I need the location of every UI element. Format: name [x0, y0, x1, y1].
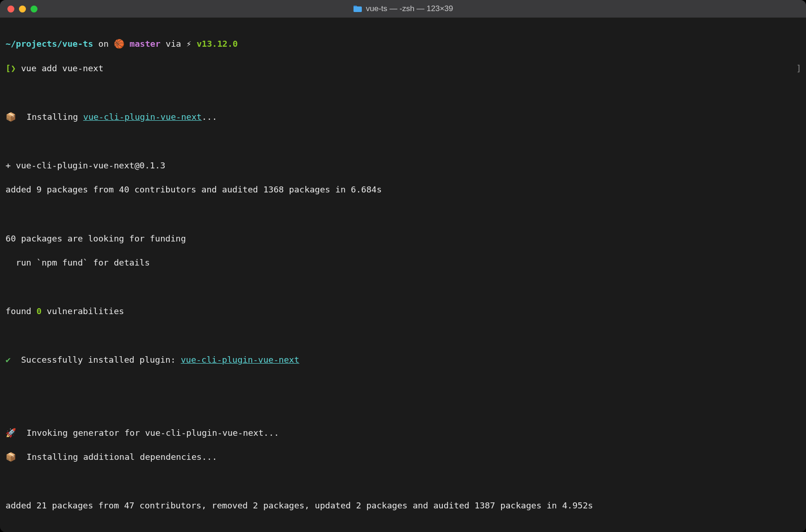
output-line: 📦 Installing vue-cli-plugin-vue-next... [6, 111, 800, 123]
package-name: vue-cli-plugin-vue-next [181, 355, 299, 365]
blank-line [6, 378, 800, 390]
vuln-count: 0 [37, 306, 42, 316]
minimize-icon[interactable] [19, 6, 26, 12]
rocket-icon: 🚀 [6, 428, 21, 438]
terminal-window: vue-ts — -zsh — 123×39 ~/projects/vue-ts… [0, 0, 806, 532]
output-line: run `npm fund` for details [6, 257, 800, 269]
window-title: vue-ts — -zsh — 123×39 [0, 3, 806, 14]
output-line: added 21 packages from 47 contributors, … [6, 500, 800, 512]
blank-line [6, 402, 800, 414]
prompt-line-1: ~/projects/vue-ts on 🏀 master via ⚡ v13.… [6, 38, 800, 50]
command-line: [❯ vue add vue-next] [6, 62, 800, 74]
output-line: ✔ Successfully installed plugin: vue-cli… [6, 354, 800, 366]
output-line: 60 packages are looking for funding [6, 233, 800, 245]
output-line: 🚀 Invoking generator for vue-cli-plugin-… [6, 427, 800, 439]
lightning-icon: ⚡ [186, 39, 197, 49]
blank-line [6, 208, 800, 220]
blank-line [6, 330, 800, 342]
prompt-node-version: v13.12.0 [197, 39, 238, 49]
blank-line [6, 476, 800, 488]
output-line: found 0 vulnerabilities [6, 305, 800, 317]
prompt-arrow-icon: ❯ [11, 63, 16, 73]
package-name: vue-cli-plugin-vue-next [83, 112, 202, 122]
prompt-branch: master [130, 39, 161, 49]
blank-line [6, 87, 800, 99]
close-icon[interactable] [7, 6, 14, 12]
terminal-body[interactable]: ~/projects/vue-ts on 🏀 master via ⚡ v13.… [0, 18, 806, 532]
window-title-text: vue-ts — -zsh — 123×39 [366, 3, 453, 14]
basketball-icon: 🏀 [114, 39, 130, 49]
window-controls [0, 6, 37, 12]
package-icon: 📦 [6, 452, 21, 462]
titlebar[interactable]: vue-ts — -zsh — 123×39 [0, 0, 806, 18]
output-line: 📦 Installing additional dependencies... [6, 451, 800, 463]
output-line: + vue-cli-plugin-vue-next@0.1.3 [6, 160, 800, 172]
command-text: vue add vue-next [16, 63, 103, 73]
package-icon: 📦 [6, 112, 21, 122]
blank-line [6, 135, 800, 147]
output-line: added 9 packages from 40 contributors an… [6, 184, 800, 196]
maximize-icon[interactable] [31, 6, 37, 12]
prompt-path: ~/projects/vue-ts [6, 39, 93, 49]
blank-line [6, 281, 800, 293]
check-icon: ✔ [6, 355, 11, 365]
blank-line [6, 524, 800, 532]
folder-icon [353, 5, 362, 12]
